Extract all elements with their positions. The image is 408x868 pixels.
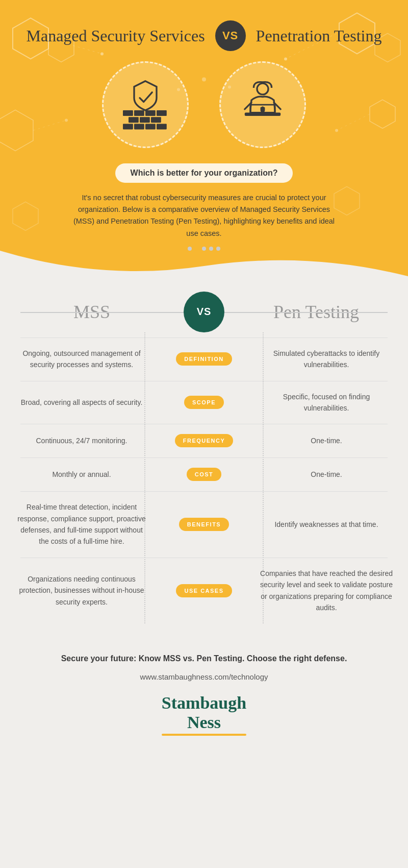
dot-2	[195, 247, 199, 251]
center-scope: SCOPE	[163, 396, 245, 409]
mss-scope: Broad, covering all aspects of security.	[0, 397, 163, 408]
footer-logo: Stambaugh Ness	[162, 693, 246, 736]
svg-rect-29	[157, 124, 167, 129]
svg-marker-6	[334, 186, 360, 215]
mss-cost: Monthly or annual.	[0, 469, 163, 480]
logo-line1: Stambaugh	[162, 693, 246, 712]
dots-nav	[188, 247, 220, 251]
vs-circle: VS	[184, 292, 224, 332]
badge-usecases: USE CASES	[176, 584, 232, 597]
row-definition: Ongoing, outsourced management of securi…	[0, 337, 408, 381]
svg-rect-23	[129, 117, 139, 123]
svg-rect-22	[157, 110, 167, 116]
svg-line-10	[33, 120, 66, 130]
badge-cost: COST	[187, 468, 222, 481]
dot-4	[209, 247, 213, 251]
mss-icon-circle	[102, 61, 189, 148]
center-usecases: USE CASES	[163, 584, 245, 597]
svg-rect-24	[140, 117, 150, 123]
svg-rect-19	[123, 110, 133, 116]
center-cost: COST	[163, 468, 245, 481]
title-pen: Penetration Testing	[256, 27, 382, 45]
pen-definition: Simulated cyberattacks to identify vulne…	[245, 348, 408, 371]
svg-rect-21	[145, 110, 156, 116]
svg-rect-25	[151, 117, 161, 123]
header-description: It's no secret that robust cybersecurity…	[71, 192, 337, 239]
icons-row	[102, 61, 306, 148]
logo-line2: Ness	[187, 713, 221, 732]
footer-section: Secure your future: Know MSS vs. Pen Tes…	[0, 639, 408, 756]
mss-usecases: Organizations needing continuous protect…	[0, 573, 163, 608]
row-benefits: Real-time threat detection, incident res…	[0, 491, 408, 558]
footer-tagline: Secure your future: Know MSS vs. Pen Tes…	[31, 654, 377, 663]
mss-icon	[117, 77, 173, 133]
row-scope: Broad, covering all aspects of security.…	[0, 381, 408, 424]
wave-bottom	[0, 251, 408, 281]
mss-frequency: Continuous, 24/7 monitoring.	[0, 435, 163, 446]
row-cost: Monthly or annual. COST One-time.	[0, 457, 408, 491]
svg-line-11	[337, 114, 370, 130]
row-frequency: Continuous, 24/7 monitoring. FREQUENCY O…	[0, 424, 408, 457]
pen-frequency: One-time.	[245, 435, 408, 446]
badge-frequency: FREQUENCY	[175, 434, 234, 447]
center-benefits: BENEFITS	[163, 518, 245, 531]
mss-definition: Ongoing, outsourced management of securi…	[0, 348, 163, 371]
svg-marker-7	[13, 202, 38, 230]
col-headers: MSS VS Pen Testing	[0, 292, 408, 332]
svg-point-13	[284, 57, 287, 60]
comparison-inner: MSS VS Pen Testing Ongoing, outsourced m…	[0, 292, 408, 624]
svg-rect-27	[134, 124, 144, 129]
badge-definition: DEFINITION	[176, 352, 232, 366]
logo-text: Stambaugh Ness	[162, 693, 246, 732]
pen-cost: One-time.	[245, 469, 408, 480]
dot-1	[188, 247, 192, 251]
svg-marker-5	[370, 100, 395, 128]
footer-url: www.stambaughness.com/technology	[31, 672, 377, 681]
svg-point-12	[100, 52, 104, 55]
vs-badge: VS	[215, 20, 246, 51]
pen-icon-circle	[219, 61, 306, 148]
dot-5	[216, 247, 220, 251]
badge-benefits: BENEFITS	[179, 518, 229, 531]
header-section: Managed Security Services VS Penetration…	[0, 0, 408, 281]
subtitle-box: Which is better for your organization?	[115, 163, 293, 183]
dot-3	[202, 247, 206, 251]
svg-point-15	[335, 129, 338, 132]
badge-scope: SCOPE	[184, 396, 224, 409]
row-usecases: Organizations needing continuous protect…	[0, 558, 408, 624]
svg-rect-20	[134, 110, 144, 116]
pen-benefits: Identify weaknesses at that time.	[245, 519, 408, 530]
subtitle-text: Which is better for your organization?	[131, 168, 278, 177]
svg-rect-28	[145, 124, 156, 129]
pen-usecases: Companies that have reached the desired …	[245, 568, 408, 614]
comparison-section: MSS VS Pen Testing Ongoing, outsourced m…	[0, 281, 408, 639]
title-row: Managed Security Services VS Penetration…	[26, 20, 381, 51]
svg-rect-26	[123, 124, 133, 129]
svg-marker-4	[0, 110, 33, 151]
pen-scope: Specific, focused on finding vulnerabili…	[245, 391, 408, 414]
center-definition: DEFINITION	[163, 352, 245, 366]
logo-underline	[162, 734, 246, 736]
title-mss: Managed Security Services	[26, 27, 205, 45]
svg-point-30	[257, 83, 268, 94]
center-frequency: FREQUENCY	[163, 434, 245, 447]
svg-point-14	[65, 118, 68, 122]
pen-icon	[235, 77, 291, 133]
mss-benefits: Real-time threat detection, incident res…	[0, 501, 163, 547]
